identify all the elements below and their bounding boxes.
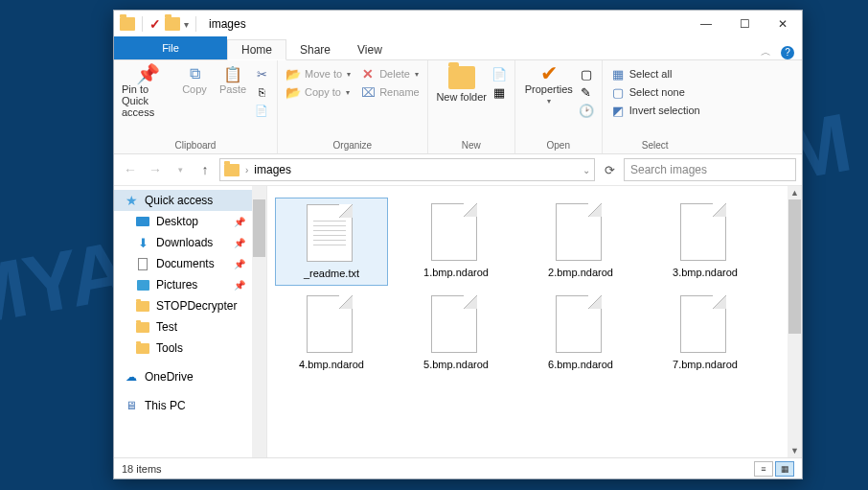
- file-item[interactable]: _readme.txt: [275, 198, 388, 286]
- sidebar-item-label: Test: [156, 320, 177, 334]
- easy-access-icon[interactable]: ▦: [491, 84, 507, 100]
- label: Pin to Quick access: [122, 83, 173, 118]
- rename-button[interactable]: ⌧Rename: [360, 84, 420, 100]
- cut-icon[interactable]: ✂: [254, 66, 269, 82]
- label: Properties: [525, 83, 573, 95]
- file-name: 6.bmp.ndarod: [548, 359, 613, 370]
- file-name: 5.bmp.ndarod: [423, 359, 489, 370]
- edit-icon[interactable]: ✎: [579, 84, 594, 100]
- group-new: New folder 📄 ▦ New: [428, 60, 515, 153]
- select-all-button[interactable]: ▦Select all: [610, 66, 700, 82]
- titlebar: ✓ ▾ images — ☐ ✕: [114, 11, 802, 37]
- chevron-down-icon[interactable]: ⌄: [582, 165, 590, 175]
- sidebar-item-desktop[interactable]: Desktop📌: [114, 211, 266, 232]
- sidebar-item-documents[interactable]: Documents📌: [114, 253, 266, 274]
- properties-icon: ✔: [541, 66, 557, 82]
- sidebar-item-pictures[interactable]: Pictures📌: [114, 274, 266, 295]
- select-none-button[interactable]: ▢Select none: [610, 84, 700, 100]
- sidebar-item-quick-access[interactable]: ★ Quick access: [114, 190, 266, 211]
- clipboard-smallbuttons: ✂ ⎘ 📄: [254, 66, 269, 118]
- move-icon: 📂: [286, 66, 301, 82]
- sidebar-item-this-pc[interactable]: 🖥This PC: [114, 395, 266, 416]
- copy-button[interactable]: ⧉ Copy: [177, 66, 212, 95]
- file-item[interactable]: 6.bmp.ndarod: [524, 290, 637, 376]
- file-item[interactable]: 7.bmp.ndarod: [649, 290, 762, 376]
- qat-dropdown-icon[interactable]: ▾: [184, 19, 189, 30]
- sidebar-item-downloads[interactable]: ⬇Downloads📌: [114, 232, 266, 253]
- collapse-ribbon-icon[interactable]: ︿: [761, 45, 771, 59]
- sidebar-item-label: Tools: [156, 341, 183, 355]
- label: Paste: [219, 83, 246, 95]
- address-segment[interactable]: images: [254, 163, 291, 176]
- sidebar-item-stopdecrypter[interactable]: STOPDecrypter: [114, 295, 266, 316]
- refresh-button[interactable]: ⟳: [599, 159, 620, 180]
- file-item[interactable]: 3.bmp.ndarod: [649, 198, 762, 286]
- paste-shortcut-icon[interactable]: 📄: [254, 103, 269, 118]
- tab-share[interactable]: Share: [286, 40, 344, 59]
- titlebar-left: ✓ ▾ images: [114, 16, 246, 32]
- scroll-up-icon[interactable]: ▲: [788, 186, 802, 199]
- group-label: Open: [546, 139, 569, 153]
- tab-view[interactable]: View: [344, 40, 396, 59]
- back-button[interactable]: ←: [120, 159, 141, 180]
- files-grid: _readme.txt1.bmp.ndarod2.bmp.ndarod3.bmp…: [275, 198, 794, 376]
- sidebar-item-label: STOPDecrypter: [156, 299, 237, 313]
- icons-view-button[interactable]: ▦: [775, 461, 794, 477]
- chevron-right-icon: ›: [245, 165, 248, 175]
- select-all-icon: ▦: [610, 66, 626, 82]
- pin-icon: 📌: [234, 259, 245, 269]
- pictures-icon: [135, 277, 150, 292]
- search-placeholder: Search images: [630, 163, 707, 176]
- label: Invert selection: [629, 105, 700, 116]
- downloads-icon: ⬇: [135, 235, 150, 250]
- file-pane[interactable]: _readme.txt1.bmp.ndarod2.bmp.ndarod3.bmp…: [267, 186, 802, 457]
- scrollbar-thumb[interactable]: [788, 199, 801, 334]
- recent-locations-button[interactable]: ▾: [170, 159, 191, 180]
- tab-file[interactable]: File: [114, 36, 227, 59]
- scrollbar-thumb[interactable]: [253, 199, 265, 257]
- maximize-button[interactable]: ☐: [725, 11, 764, 37]
- file-item[interactable]: 1.bmp.ndarod: [400, 198, 513, 286]
- file-icon: [307, 295, 356, 355]
- close-button[interactable]: ✕: [764, 11, 802, 37]
- file-name: 2.bmp.ndarod: [548, 267, 613, 278]
- sidebar-item-test[interactable]: Test: [114, 316, 266, 338]
- folder-icon[interactable]: [165, 17, 180, 31]
- history-icon[interactable]: 🕑: [579, 103, 594, 118]
- delete-button[interactable]: ✕Delete▾: [360, 66, 420, 82]
- copy-path-icon[interactable]: ⎘: [254, 84, 269, 100]
- label: Rename: [379, 86, 420, 98]
- forward-button[interactable]: →: [145, 159, 166, 180]
- sidebar-item-tools[interactable]: Tools: [114, 338, 266, 359]
- file-name: 3.bmp.ndarod: [673, 267, 738, 278]
- chevron-down-icon: ▾: [346, 88, 350, 97]
- tab-home[interactable]: Home: [227, 39, 286, 60]
- search-input[interactable]: Search images: [624, 158, 796, 181]
- new-item-icon[interactable]: 📄: [491, 66, 507, 82]
- invert-selection-button[interactable]: ◩Invert selection: [610, 103, 700, 118]
- help-icon[interactable]: ?: [781, 46, 794, 59]
- file-item[interactable]: 2.bmp.ndarod: [524, 198, 637, 286]
- minimize-button[interactable]: —: [687, 11, 725, 37]
- details-view-button[interactable]: ≡: [754, 461, 773, 477]
- file-item[interactable]: 5.bmp.ndarod: [400, 290, 513, 376]
- sidebar-scrollbar[interactable]: [252, 186, 266, 457]
- new-folder-button[interactable]: New folder: [436, 66, 488, 103]
- file-name: _readme.txt: [304, 268, 359, 279]
- open-icon[interactable]: ▢: [579, 66, 594, 82]
- file-item[interactable]: 4.bmp.ndarod: [275, 290, 388, 376]
- filepane-scrollbar[interactable]: ▲ ▼: [788, 186, 802, 457]
- copy-to-button[interactable]: 📂Copy to▾: [286, 84, 351, 100]
- paste-button[interactable]: 📋 Paste: [216, 66, 250, 95]
- file-icon: [556, 203, 605, 263]
- up-button[interactable]: ↑: [194, 159, 216, 180]
- address-bar[interactable]: › images ⌄: [219, 158, 595, 181]
- qat-checkmark-icon[interactable]: ✓: [149, 16, 161, 32]
- properties-button[interactable]: ✔ Properties ▾: [523, 66, 575, 105]
- move-to-button[interactable]: 📂Move to▾: [286, 66, 351, 82]
- pin-to-quick-access-button[interactable]: 📌 Pin to Quick access: [122, 66, 173, 118]
- label: Select none: [629, 86, 685, 98]
- star-icon: ★: [124, 193, 139, 208]
- sidebar-item-onedrive[interactable]: ☁OneDrive: [114, 366, 266, 387]
- scroll-down-icon[interactable]: ▼: [788, 444, 802, 457]
